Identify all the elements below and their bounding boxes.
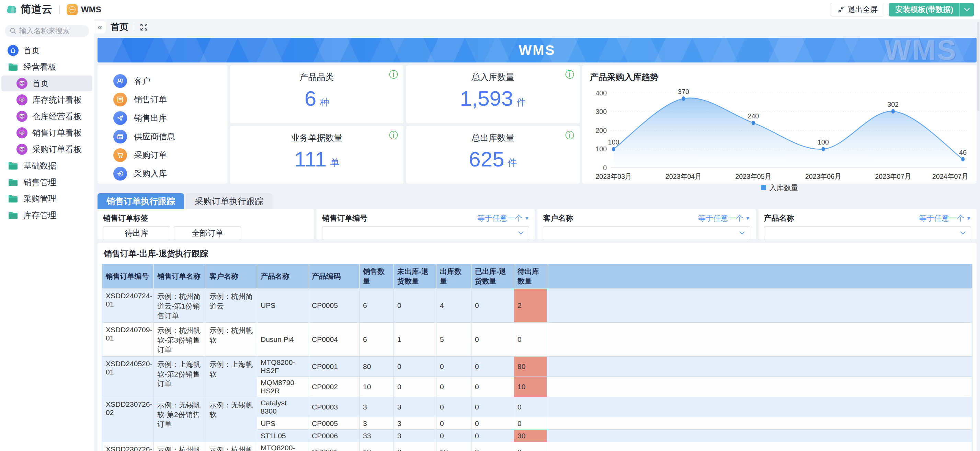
dashboard-icon [16, 111, 27, 122]
vertical-scrollbar[interactable] [977, 22, 979, 111]
brand-name: 简道云 [21, 2, 52, 16]
column-header[interactable]: 销售订单名称 [154, 264, 206, 289]
cell-not-out: 3 [394, 430, 436, 442]
quick-link-label: 客户 [134, 76, 150, 86]
folder-icon [8, 177, 19, 188]
sidebar-item-4-page[interactable]: 仓库经营看板 [2, 108, 92, 124]
cell-filler [547, 397, 972, 418]
cell-order-name: 示例：上海帆软-第2份销售订单 [154, 357, 206, 397]
sidebar-search-input[interactable] [19, 27, 84, 35]
stat-unit: 单 [330, 157, 339, 169]
column-header[interactable]: 产品编码 [309, 264, 360, 289]
page-header-divider [134, 23, 134, 31]
cell-order-name: 示例：杭州帆软-第3份销售订单 [154, 322, 206, 357]
quick-links-card: 客户 销售订单 销售出库 供应商信息 采购订单 采购入库 [97, 65, 228, 184]
cell-out-return: 0 [471, 357, 514, 377]
legend-label: 入库数量 [770, 183, 799, 192]
sidebar-item-5-page[interactable]: 销售订单看板 [2, 125, 92, 141]
svg-text:200: 200 [595, 127, 607, 134]
data-label: 100 [818, 138, 829, 146]
chart-legend[interactable]: 入库数量 [590, 183, 969, 192]
cart-icon [113, 148, 127, 162]
table-row[interactable]: XSDD240709-01示例：杭州帆软-第3份销售订单示例：杭州帆软Dusun… [102, 322, 972, 357]
tab-0[interactable]: 销售订单执行跟踪 [97, 193, 184, 209]
home-icon [8, 45, 19, 56]
sidebar-item-9-group[interactable]: 采购管理 [2, 191, 92, 206]
fullscreen-expand-icon[interactable] [140, 23, 148, 31]
page-title: 首页 [111, 21, 129, 33]
table-row[interactable]: XSDD240724-01示例：杭州简道云-第1份销售订单示例：杭州简道云UPS… [102, 289, 972, 322]
stat-card-0: 产品品类 ⓘ 6 种 [230, 65, 404, 123]
quick-link-采购订单[interactable]: 采购订单 [113, 148, 228, 162]
cell-out: 12 [436, 442, 471, 451]
cell-not-out: 3 [394, 397, 436, 418]
cell-product: UPS [257, 418, 309, 430]
quick-link-销售订单[interactable]: 销售订单 [113, 93, 228, 106]
column-header[interactable]: 客户名称 [206, 264, 257, 289]
sidebar-item-label: 经营看板 [23, 62, 56, 72]
cell-code: CP0001 [309, 442, 360, 451]
x-tick-label: 2023年04月 [665, 173, 702, 180]
filter-select[interactable] [764, 226, 971, 240]
sidebar-item-3-page[interactable]: 库存统计看板 [2, 92, 92, 108]
stat-unit: 种 [320, 96, 329, 108]
cell-filler [547, 418, 972, 430]
cell-out-return: 0 [471, 430, 514, 442]
column-header[interactable]: 未出库-退货数量 [394, 264, 436, 289]
sidebar-item-2-page[interactable]: 首页 [2, 76, 92, 91]
cell-code: CP0002 [309, 377, 360, 397]
info-icon[interactable]: ⓘ [565, 70, 574, 79]
quick-link-销售出库[interactable]: 销售出库 [113, 111, 228, 125]
column-header[interactable]: 产品名称 [257, 264, 309, 289]
filter-operator-link[interactable]: 等于任意一个▼ [919, 213, 971, 224]
table-row[interactable]: XSDD240520-01示例：上海帆软-第2份销售订单示例：上海帆软MTQ82… [102, 357, 972, 377]
brand-logo[interactable]: 简道云 [6, 2, 52, 16]
chart-svg: 01002003004001002023年03月3702023年04月24020… [590, 83, 969, 183]
filter-operator-link[interactable]: 等于任意一个▼ [477, 213, 529, 224]
info-icon[interactable]: ⓘ [389, 70, 398, 79]
sidebar-collapse-button[interactable]: « [94, 21, 106, 33]
column-header[interactable]: 销售数量 [360, 264, 394, 289]
info-icon[interactable]: ⓘ [389, 131, 398, 140]
sidebar-item-0-page[interactable]: 首页 [2, 43, 92, 58]
column-header[interactable]: 销售订单编号 [102, 264, 154, 289]
sidebar-item-6-page[interactable]: 采购订单看板 [2, 141, 92, 157]
column-header[interactable]: 出库数量 [436, 264, 471, 289]
cell-not-out: 0 [394, 289, 436, 322]
table-row[interactable]: XSDD230726-01示例：杭州帆软-第3份销售订单示例：杭州帆软MTQ82… [102, 442, 972, 451]
sidebar-item-label: 库存统计看板 [32, 94, 82, 105]
install-template-dropdown-button[interactable] [959, 3, 974, 16]
app-name: WMS [81, 5, 101, 14]
cell-pending: 0 [514, 418, 547, 430]
sidebar-item-8-group[interactable]: 销售管理 [2, 175, 92, 190]
column-header-filler [547, 264, 972, 289]
column-header[interactable]: 待出库数量 [514, 264, 547, 289]
quick-link-客户[interactable]: 客户 [113, 74, 228, 88]
tag-button-待出库[interactable]: 待出库 [103, 226, 170, 240]
quick-link-采购入库[interactable]: 采购入库 [113, 167, 228, 181]
cell-qty: 33 [360, 430, 394, 442]
filter-select[interactable] [322, 226, 529, 240]
sidebar-item-label: 首页 [32, 78, 49, 89]
cell-out: 0 [436, 397, 471, 418]
sidebar-item-1-group[interactable]: 经营看板 [2, 59, 92, 75]
info-icon[interactable]: ⓘ [565, 131, 574, 140]
quick-link-供应商信息[interactable]: 供应商信息 [113, 130, 228, 143]
exit-fullscreen-button[interactable]: 退出全屏 [830, 3, 884, 16]
tag-button-全部订单[interactable]: 全部订单 [174, 226, 241, 240]
table-row[interactable]: XSDD230726-02示例：无锡帆软-第2份销售订单示例：无锡帆软Catal… [102, 397, 972, 418]
install-template-button[interactable]: 安装模板(带数据) [889, 3, 959, 16]
cell-out-return: 0 [471, 442, 514, 451]
sidebar-item-7-group[interactable]: 基础数据 [2, 158, 92, 174]
tab-1[interactable]: 采购订单执行跟踪 [186, 193, 272, 209]
stat-unit: 件 [508, 157, 517, 169]
filter-operator-link[interactable]: 等于任意一个▼ [698, 213, 750, 224]
cell-qty: 6 [360, 289, 394, 322]
data-label: 46 [959, 149, 967, 156]
sidebar-item-10-group[interactable]: 库存管理 [2, 207, 92, 223]
sidebar-item-label: 销售订单看板 [32, 127, 82, 138]
column-header[interactable]: 已出库-退货数量 [471, 264, 514, 289]
cell-out: 0 [436, 357, 471, 377]
filter-select[interactable] [543, 226, 750, 240]
cell-code: CP0005 [309, 289, 360, 322]
